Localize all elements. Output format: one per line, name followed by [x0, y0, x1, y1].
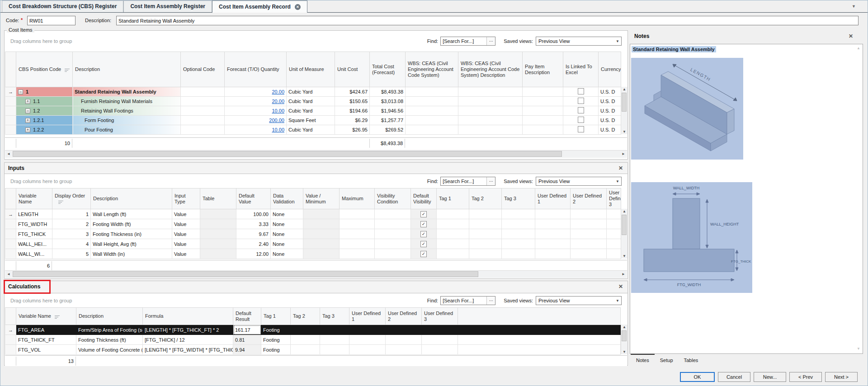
cell-empty[interactable]	[406, 97, 458, 106]
column-header-user-defined-2[interactable]: User Defined 2	[386, 308, 422, 325]
cell-empty[interactable]	[349, 335, 386, 345]
cell-empty[interactable]	[571, 229, 607, 239]
description-cell[interactable]: Standard Retaining Wall Assembly	[73, 87, 181, 97]
description-cell[interactable]: Wall Height, Avg (ft)	[91, 239, 172, 249]
total-cost-cell[interactable]: $269.52	[370, 125, 406, 135]
order-cell[interactable]: 4	[52, 239, 91, 249]
cell-empty[interactable]	[502, 249, 535, 259]
cell-empty[interactable]	[340, 229, 375, 239]
cost-items-horizontal-scrollbar[interactable]: ◄ ►	[5, 150, 627, 158]
cell-empty[interactable]	[303, 239, 340, 249]
cell-empty[interactable]	[571, 239, 607, 249]
column-header-value-minimum[interactable]: Value / Minimum	[303, 188, 340, 209]
excel-link-cell[interactable]	[563, 97, 599, 106]
cell-empty[interactable]	[437, 239, 469, 249]
variable-cell[interactable]: LENGTH	[16, 209, 52, 219]
description-input[interactable]	[116, 16, 859, 25]
cell-empty[interactable]	[607, 219, 621, 229]
scroll-down-icon[interactable]: ▼	[621, 130, 627, 134]
cell-empty[interactable]	[422, 325, 458, 335]
cell-empty[interactable]	[320, 335, 349, 345]
column-header-user-defined-2[interactable]: User Defined 2	[571, 188, 607, 209]
cbs-code-cell[interactable]: +1.2.1	[16, 116, 73, 125]
data-validation-cell[interactable]: None	[271, 239, 303, 249]
saved-views-select[interactable]: Previous View ▼	[536, 296, 622, 305]
data-validation-cell[interactable]: None	[271, 229, 303, 239]
checkbox-checked[interactable]: ✓	[420, 251, 427, 257]
scroll-left-icon[interactable]: ◄	[5, 151, 12, 157]
checkbox-unchecked[interactable]	[578, 98, 584, 104]
cell-empty[interactable]	[535, 239, 571, 249]
column-header-default-result[interactable]: Default Result	[233, 308, 261, 325]
description-cell[interactable]: Form Footing	[73, 116, 181, 125]
cost-items-vertical-scrollbar[interactable]: ▲ ▼	[621, 87, 627, 134]
column-header-uom[interactable]: Unit of Measure	[287, 52, 335, 87]
description-cell[interactable]: Retaining Wall Footings	[73, 106, 181, 116]
notes-editor[interactable]: Standard Retaining Wall Assembly ▲ ▼	[630, 44, 863, 354]
cell-empty[interactable]	[458, 97, 523, 106]
default-result-cell[interactable]: 9.94	[233, 345, 261, 355]
qty-cell[interactable]: 10.00	[225, 106, 287, 116]
tab-assembly-register[interactable]: Cost Item Assembly Register	[123, 0, 212, 12]
column-header-data-validation[interactable]: Data Validation	[271, 188, 303, 209]
column-header-cbs-position-code[interactable]: CBS Position Code	[16, 52, 73, 87]
find-options-icon[interactable]: ⋯	[486, 37, 495, 45]
column-header-visibility-condition[interactable]: Visibility Condition	[375, 188, 411, 209]
column-header-excel-link[interactable]: Is Linked To Excel	[563, 52, 599, 87]
variable-cell[interactable]: WALL_WI...	[16, 249, 52, 259]
ok-button[interactable]: OK	[680, 372, 715, 382]
cell-empty[interactable]	[458, 116, 523, 125]
input-type-cell[interactable]: Value	[172, 219, 200, 229]
uom-cell[interactable]: Cubic Yard	[287, 97, 335, 106]
column-header-user-defined-1[interactable]: User Defined 1	[349, 308, 386, 325]
cost-item-row-1-2-1[interactable]: +1.2.1 Form Footing 200.00 Square Feet $…	[5, 116, 621, 125]
code-input[interactable]	[27, 16, 75, 25]
scroll-down-icon[interactable]: ▼	[621, 254, 627, 258]
cell-empty[interactable]	[535, 229, 571, 239]
find-input[interactable]: [Search For...] ⋯	[440, 296, 495, 305]
cell-empty[interactable]	[469, 239, 502, 249]
cell-empty[interactable]	[406, 87, 458, 97]
prev-button[interactable]: < Prev	[789, 372, 822, 382]
input-type-cell[interactable]: Value	[172, 249, 200, 259]
column-header-tag2[interactable]: Tag 2	[469, 188, 502, 209]
checkbox-unchecked[interactable]	[578, 88, 584, 94]
checkbox-checked[interactable]: ✓	[420, 231, 427, 237]
cell-empty[interactable]	[607, 239, 621, 249]
cell-empty[interactable]	[386, 335, 422, 345]
currency-cell[interactable]: U.S. D	[599, 116, 621, 125]
variable-cell[interactable]: FTG_AREA	[16, 325, 76, 335]
cell-empty[interactable]	[406, 116, 458, 125]
cell-empty[interactable]	[607, 209, 621, 219]
input-type-cell[interactable]: Value	[172, 229, 200, 239]
variable-cell[interactable]: WALL_HEI...	[16, 239, 52, 249]
unit-cost-cell[interactable]: $150.65	[335, 97, 370, 106]
default-value-cell[interactable]: 2.40	[236, 239, 271, 249]
description-cell[interactable]: Footing Thickness (in)	[91, 229, 172, 239]
notes-selected-text[interactable]: Standard Retaining Wall Assembly	[632, 46, 716, 52]
cell-empty[interactable]	[375, 229, 411, 239]
cell-empty[interactable]	[607, 249, 621, 259]
default-visibility-cell[interactable]: ✓	[411, 219, 437, 229]
cell-empty[interactable]	[340, 249, 375, 259]
uom-cell[interactable]: Cubic Yard	[287, 106, 335, 116]
column-header-variable-name[interactable]: Variable Name	[16, 188, 52, 209]
cell-empty[interactable]	[607, 229, 621, 239]
formula-cell[interactable]: [LENGTH] * [FTG_THICK_FT] * 2	[143, 325, 233, 335]
data-validation-cell[interactable]: None	[271, 209, 303, 219]
scrollbar-thumb[interactable]	[13, 151, 562, 157]
column-header-maximum[interactable]: Maximum	[340, 188, 375, 209]
calculation-row-ftg-area[interactable]: → FTG_AREA Form/Strip Area of Footing (s…	[5, 325, 621, 335]
default-value-cell[interactable]: 9.67	[236, 229, 271, 239]
cell-empty[interactable]	[406, 125, 458, 135]
formula-cell[interactable]: [LENGTH] * [FTG_WIDTH] * [FTG_THICK_FT] …	[143, 345, 233, 355]
description-cell[interactable]: Wall Length (ft)	[91, 209, 172, 219]
cell-empty[interactable]	[386, 325, 422, 335]
cell-empty[interactable]	[437, 219, 469, 229]
input-row-wall-width[interactable]: WALL_WI... 5 Wall Width (in) Value 12.00…	[5, 249, 621, 259]
cbs-code-cell[interactable]: +1.1	[16, 97, 73, 106]
cell-empty[interactable]	[571, 219, 607, 229]
cell-empty[interactable]	[375, 239, 411, 249]
uom-cell[interactable]: Cubic Yard	[287, 87, 335, 97]
total-cost-cell[interactable]: $1,257.77	[370, 116, 406, 125]
